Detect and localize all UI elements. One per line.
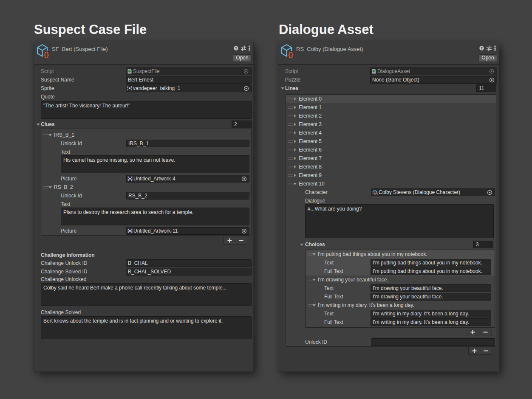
add-element-button[interactable]: [466, 329, 479, 336]
choice-full-text-input[interactable]: I'm writing in my diary. It's been a lon…: [371, 318, 491, 326]
more-icon[interactable]: [249, 45, 250, 51]
drag-handle-icon[interactable]: [43, 134, 48, 136]
lines-count-field[interactable]: 11: [476, 84, 496, 92]
clue-element-header[interactable]: IRS_B_1: [41, 131, 251, 139]
object-picker-icon[interactable]: [241, 228, 247, 234]
clue-text-textarea[interactable]: His camel has gone missing, so he can no…: [61, 155, 249, 173]
script-field[interactable]: SuspectFile: [126, 67, 252, 75]
line-element-row[interactable]: Element 8: [286, 163, 496, 171]
line-element-row[interactable]: Element 0: [286, 95, 496, 103]
choice-element-header[interactable]: I'm drawing your beautiful face.: [306, 275, 495, 284]
suspect-name-input[interactable]: Bert Ernest: [126, 76, 252, 84]
choice-element-header[interactable]: I'm putting bad things about you in my n…: [306, 250, 495, 259]
drag-handle-icon[interactable]: [288, 166, 293, 168]
picture-field[interactable]: Untitled_Artwork-4: [126, 175, 249, 183]
foldout-open-icon[interactable]: [300, 244, 303, 246]
foldout-closed-icon[interactable]: [294, 140, 296, 143]
add-element-button[interactable]: [469, 347, 480, 354]
line-element-row[interactable]: Element 4: [286, 129, 496, 137]
foldout-closed-icon[interactable]: [294, 165, 296, 169]
drag-handle-icon[interactable]: [308, 279, 312, 281]
character-field[interactable]: {} Colby Stevens (Dialogue Character): [371, 188, 495, 196]
more-icon[interactable]: [494, 45, 496, 51]
choice-full-text-input[interactable]: I'm drawing your beautiful face.: [371, 293, 491, 301]
choice-text-input[interactable]: I'm putting bad things about you in my n…: [371, 259, 491, 267]
choice-full-text-input[interactable]: I'm putting bad things about you in my n…: [371, 267, 491, 275]
choice-text-input[interactable]: I'm drawing your beautiful face.: [371, 284, 491, 292]
line-element-row[interactable]: Element 1: [286, 103, 496, 112]
foldout-open-icon[interactable]: [312, 253, 316, 256]
choices-label[interactable]: Choices: [305, 242, 325, 247]
drag-handle-icon[interactable]: [288, 174, 293, 177]
drag-handle-icon[interactable]: [288, 157, 293, 160]
drag-handle-icon[interactable]: [308, 253, 312, 256]
lines-label[interactable]: Lines: [285, 85, 298, 91]
object-picker-icon[interactable]: [488, 76, 495, 83]
drag-handle-icon[interactable]: [308, 304, 312, 306]
foldout-open-icon[interactable]: [312, 304, 316, 306]
unlock-id-input[interactable]: IRS_B_1: [126, 140, 249, 147]
help-icon[interactable]: ?: [479, 45, 484, 51]
open-button[interactable]: Open: [233, 54, 252, 62]
foldout-closed-icon[interactable]: [294, 123, 296, 126]
foldout-open-icon[interactable]: [293, 183, 297, 185]
line-element-row[interactable]: Element 3: [286, 120, 496, 129]
presets-icon[interactable]: [241, 45, 246, 51]
line-element-row[interactable]: Element 6: [286, 146, 496, 154]
object-picker-icon[interactable]: [241, 175, 247, 182]
line-element-row[interactable]: Element 7: [286, 154, 496, 163]
challenge-solved-id-input[interactable]: B_CHAL_SOLVED: [126, 268, 252, 275]
drag-handle-icon[interactable]: [288, 107, 293, 109]
drag-handle-icon[interactable]: [288, 98, 293, 100]
drag-handle-icon[interactable]: [43, 186, 48, 188]
unlock-id-input[interactable]: [371, 338, 495, 346]
line-element-row-expanded[interactable]: Element 10: [286, 180, 496, 188]
object-picker-icon[interactable]: [243, 68, 249, 75]
add-element-button[interactable]: [224, 237, 235, 244]
open-button[interactable]: Open: [478, 54, 497, 62]
foldout-closed-icon[interactable]: [294, 106, 296, 109]
line-element-row[interactable]: Element 5: [286, 137, 496, 146]
script-field[interactable]: DialogueAsset: [370, 67, 497, 75]
object-picker-icon[interactable]: [243, 85, 249, 92]
drag-handle-icon[interactable]: [288, 183, 293, 185]
challenge-unlocked-textarea[interactable]: Colby said he heard Bert make a phone ca…: [41, 283, 252, 306]
sprite-field[interactable]: vandepeer_talking_1: [126, 84, 252, 92]
foldout-closed-icon[interactable]: [294, 97, 296, 101]
quote-textarea[interactable]: "The artist! The visionary! The auteur!": [41, 101, 252, 119]
choices-count-field[interactable]: 3: [473, 241, 493, 248]
drag-handle-icon[interactable]: [288, 132, 293, 134]
drag-handle-icon[interactable]: [288, 149, 293, 151]
foldout-closed-icon[interactable]: [294, 174, 296, 177]
remove-element-button[interactable]: [479, 329, 492, 336]
drag-handle-icon[interactable]: [288, 124, 293, 126]
foldout-closed-icon[interactable]: [294, 157, 296, 160]
clues-label[interactable]: Clues: [41, 121, 55, 127]
object-picker-icon[interactable]: [486, 189, 493, 196]
unlock-id-input[interactable]: RS_B_2: [126, 192, 249, 200]
clue-text-textarea[interactable]: Plans to destroy the research area to se…: [61, 208, 249, 225]
remove-element-button[interactable]: [480, 347, 492, 354]
drag-handle-icon[interactable]: [288, 115, 293, 117]
foldout-open-icon[interactable]: [281, 87, 284, 90]
challenge-solved-textarea[interactable]: Bert knows about the temple and is in fa…: [41, 316, 252, 339]
choice-text-input[interactable]: I'm writing in my diary. It's been a lon…: [371, 310, 491, 318]
foldout-open-icon[interactable]: [48, 186, 52, 188]
presets-icon[interactable]: [487, 45, 492, 51]
picture-field[interactable]: Untitled_Artwork-11: [126, 227, 249, 235]
help-icon[interactable]: ?: [234, 45, 238, 51]
puzzle-field[interactable]: None (Game Object): [370, 76, 497, 84]
dialogue-textarea[interactable]: #...What are you doing?: [305, 204, 494, 238]
foldout-open-icon[interactable]: [312, 279, 316, 281]
choice-element-header[interactable]: I'm writing in my diary. It's been a lon…: [306, 301, 495, 309]
foldout-open-icon[interactable]: [48, 134, 52, 136]
object-picker-icon[interactable]: [488, 68, 495, 75]
foldout-closed-icon[interactable]: [294, 148, 296, 152]
line-element-row[interactable]: Element 9: [286, 171, 496, 180]
foldout-closed-icon[interactable]: [294, 131, 296, 135]
line-element-row[interactable]: Element 2: [286, 112, 496, 120]
foldout-open-icon[interactable]: [37, 124, 40, 126]
foldout-closed-icon[interactable]: [294, 114, 296, 118]
clues-count-field[interactable]: 2: [232, 121, 252, 128]
remove-element-button[interactable]: [235, 237, 247, 244]
